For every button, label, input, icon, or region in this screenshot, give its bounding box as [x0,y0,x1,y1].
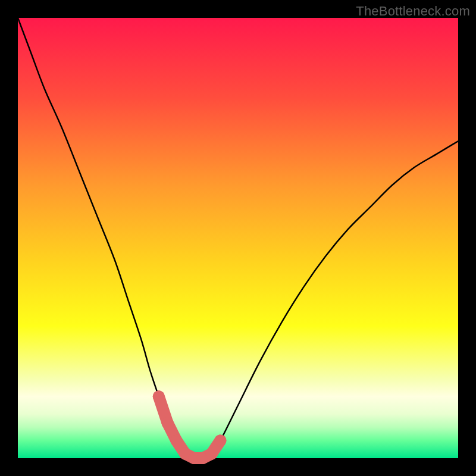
curve-svg [18,18,458,458]
valley-marker-dot [214,434,226,446]
bottleneck-curve [18,18,458,459]
plot-area [18,18,458,458]
valley-markers [153,390,227,464]
chart-frame: TheBottleneck.com [0,0,476,476]
watermark-text: TheBottleneck.com [356,4,470,19]
